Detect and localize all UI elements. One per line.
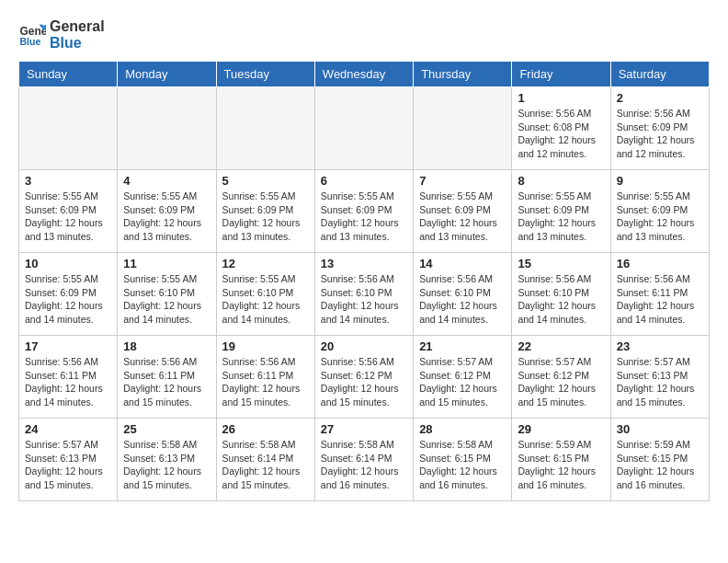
day-number: 15 (518, 257, 604, 270)
calendar-cell (414, 87, 512, 170)
calendar-cell: 20Sunrise: 5:56 AMSunset: 6:12 PMDayligh… (314, 336, 413, 419)
calendar-cell: 22Sunrise: 5:57 AMSunset: 6:12 PMDayligh… (512, 336, 610, 419)
day-info: Sunrise: 5:55 AMSunset: 6:10 PMDaylight:… (123, 272, 210, 327)
calendar-cell: 6Sunrise: 5:55 AMSunset: 6:09 PMDaylight… (314, 170, 413, 253)
calendar-cell: 4Sunrise: 5:55 AMSunset: 6:09 PMDaylight… (118, 170, 216, 253)
day-number: 19 (222, 339, 309, 353)
calendar-cell: 17Sunrise: 5:56 AMSunset: 6:11 PMDayligh… (19, 336, 118, 419)
calendar-cell: 25Sunrise: 5:58 AMSunset: 6:13 PMDayligh… (118, 419, 216, 501)
svg-text:Blue: Blue (20, 36, 41, 47)
day-info: Sunrise: 5:56 AMSunset: 6:12 PMDaylight:… (321, 355, 407, 409)
week-row-3: 10Sunrise: 5:55 AMSunset: 6:09 PMDayligh… (19, 253, 710, 336)
col-header-thursday: Thursday (414, 62, 512, 87)
col-header-friday: Friday (512, 62, 610, 87)
day-info: Sunrise: 5:55 AMSunset: 6:09 PMDaylight:… (617, 190, 703, 244)
day-number: 6 (321, 174, 407, 188)
calendar-cell: 27Sunrise: 5:58 AMSunset: 6:14 PMDayligh… (314, 419, 413, 501)
day-number: 5 (222, 174, 309, 188)
day-number: 16 (617, 257, 703, 270)
calendar-cell (19, 87, 118, 170)
day-info: Sunrise: 5:56 AMSunset: 6:11 PMDaylight:… (25, 355, 111, 409)
week-row-2: 3Sunrise: 5:55 AMSunset: 6:09 PMDaylight… (19, 170, 710, 253)
day-number: 9 (617, 174, 703, 188)
day-info: Sunrise: 5:55 AMSunset: 6:10 PMDaylight:… (222, 272, 309, 327)
calendar-cell (118, 87, 216, 170)
day-info: Sunrise: 5:59 AMSunset: 6:15 PMDaylight:… (518, 438, 604, 492)
calendar-cell (216, 87, 314, 170)
day-number: 17 (25, 339, 111, 353)
day-info: Sunrise: 5:58 AMSunset: 6:14 PMDaylight:… (321, 438, 407, 492)
day-number: 12 (222, 257, 309, 270)
day-number: 26 (222, 422, 309, 436)
day-number: 7 (419, 174, 506, 188)
calendar-cell: 23Sunrise: 5:57 AMSunset: 6:13 PMDayligh… (610, 336, 709, 419)
page-header: General Blue General Blue (18, 18, 710, 52)
day-info: Sunrise: 5:56 AMSunset: 6:11 PMDaylight:… (222, 355, 309, 409)
logo: General Blue General Blue (18, 18, 105, 52)
calendar-header-row: SundayMondayTuesdayWednesdayThursdayFrid… (19, 62, 710, 87)
logo-text-general: General (50, 18, 105, 35)
day-info: Sunrise: 5:55 AMSunset: 6:09 PMDaylight:… (25, 190, 111, 244)
day-number: 14 (419, 257, 506, 270)
week-row-4: 17Sunrise: 5:56 AMSunset: 6:11 PMDayligh… (19, 336, 710, 419)
day-info: Sunrise: 5:55 AMSunset: 6:09 PMDaylight:… (25, 272, 111, 327)
day-info: Sunrise: 5:56 AMSunset: 6:10 PMDaylight:… (518, 272, 604, 327)
calendar-cell: 7Sunrise: 5:55 AMSunset: 6:09 PMDaylight… (414, 170, 512, 253)
day-number: 25 (123, 422, 210, 436)
col-header-tuesday: Tuesday (216, 62, 314, 87)
day-info: Sunrise: 5:57 AMSunset: 6:12 PMDaylight:… (419, 355, 506, 409)
day-info: Sunrise: 5:56 AMSunset: 6:10 PMDaylight:… (321, 272, 407, 327)
day-number: 3 (25, 174, 111, 188)
calendar-cell: 21Sunrise: 5:57 AMSunset: 6:12 PMDayligh… (414, 336, 512, 419)
col-header-sunday: Sunday (19, 62, 118, 87)
calendar-cell: 13Sunrise: 5:56 AMSunset: 6:10 PMDayligh… (314, 253, 413, 336)
calendar-cell: 18Sunrise: 5:56 AMSunset: 6:11 PMDayligh… (118, 336, 216, 419)
logo-text-blue: Blue (50, 35, 105, 52)
day-number: 4 (123, 174, 210, 188)
calendar-cell: 29Sunrise: 5:59 AMSunset: 6:15 PMDayligh… (512, 419, 610, 501)
day-number: 28 (419, 422, 506, 436)
day-info: Sunrise: 5:57 AMSunset: 6:13 PMDaylight:… (25, 438, 111, 492)
day-number: 24 (25, 422, 111, 436)
day-info: Sunrise: 5:55 AMSunset: 6:09 PMDaylight:… (419, 190, 506, 244)
calendar-table: SundayMondayTuesdayWednesdayThursdayFrid… (18, 61, 710, 501)
calendar-cell: 14Sunrise: 5:56 AMSunset: 6:10 PMDayligh… (414, 253, 512, 336)
day-info: Sunrise: 5:58 AMSunset: 6:13 PMDaylight:… (123, 438, 210, 492)
day-info: Sunrise: 5:56 AMSunset: 6:10 PMDaylight:… (419, 272, 506, 327)
day-info: Sunrise: 5:55 AMSunset: 6:09 PMDaylight:… (321, 190, 407, 244)
week-row-1: 1Sunrise: 5:56 AMSunset: 6:08 PMDaylight… (19, 87, 710, 170)
day-number: 21 (419, 339, 506, 353)
calendar-cell (314, 87, 413, 170)
day-info: Sunrise: 5:58 AMSunset: 6:15 PMDaylight:… (419, 438, 506, 492)
calendar-cell: 8Sunrise: 5:55 AMSunset: 6:09 PMDaylight… (512, 170, 610, 253)
day-number: 8 (518, 174, 604, 188)
week-row-5: 24Sunrise: 5:57 AMSunset: 6:13 PMDayligh… (19, 419, 710, 501)
calendar-cell: 3Sunrise: 5:55 AMSunset: 6:09 PMDaylight… (19, 170, 118, 253)
day-info: Sunrise: 5:55 AMSunset: 6:09 PMDaylight:… (518, 190, 604, 244)
col-header-saturday: Saturday (610, 62, 709, 87)
day-info: Sunrise: 5:57 AMSunset: 6:12 PMDaylight:… (518, 355, 604, 409)
day-info: Sunrise: 5:55 AMSunset: 6:09 PMDaylight:… (222, 190, 309, 244)
calendar-cell: 1Sunrise: 5:56 AMSunset: 6:08 PMDaylight… (512, 87, 610, 170)
calendar-cell: 19Sunrise: 5:56 AMSunset: 6:11 PMDayligh… (216, 336, 314, 419)
day-info: Sunrise: 5:56 AMSunset: 6:11 PMDaylight:… (617, 272, 703, 327)
calendar-cell: 28Sunrise: 5:58 AMSunset: 6:15 PMDayligh… (414, 419, 512, 501)
day-number: 11 (123, 257, 210, 270)
day-info: Sunrise: 5:56 AMSunset: 6:08 PMDaylight:… (518, 107, 604, 161)
calendar-cell: 26Sunrise: 5:58 AMSunset: 6:14 PMDayligh… (216, 419, 314, 501)
day-number: 18 (123, 339, 210, 353)
day-info: Sunrise: 5:58 AMSunset: 6:14 PMDaylight:… (222, 438, 309, 492)
calendar-cell: 11Sunrise: 5:55 AMSunset: 6:10 PMDayligh… (118, 253, 216, 336)
col-header-monday: Monday (118, 62, 216, 87)
calendar-cell: 15Sunrise: 5:56 AMSunset: 6:10 PMDayligh… (512, 253, 610, 336)
day-number: 29 (518, 422, 604, 436)
logo-icon: General Blue (18, 21, 46, 49)
day-info: Sunrise: 5:56 AMSunset: 6:11 PMDaylight:… (123, 355, 210, 409)
day-number: 20 (321, 339, 407, 353)
day-number: 13 (321, 257, 407, 270)
calendar-cell: 2Sunrise: 5:56 AMSunset: 6:09 PMDaylight… (610, 87, 709, 170)
day-info: Sunrise: 5:57 AMSunset: 6:13 PMDaylight:… (617, 355, 703, 409)
day-number: 1 (518, 91, 604, 105)
day-number: 2 (617, 91, 703, 105)
day-number: 22 (518, 339, 604, 353)
